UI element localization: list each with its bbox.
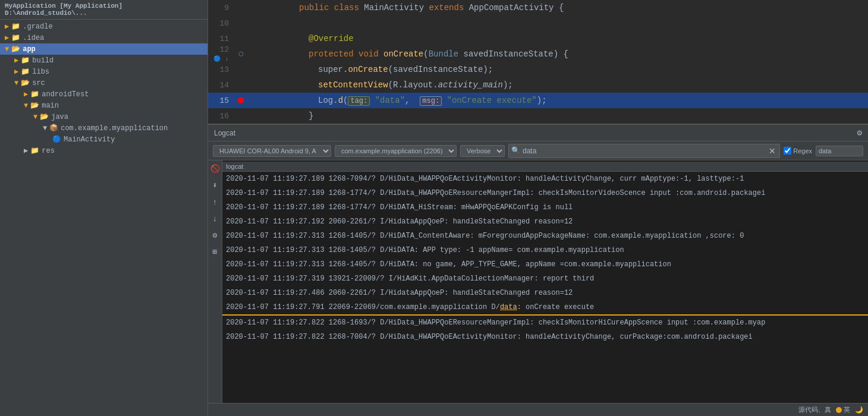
code-lines: 9 public class MainActivity extends AppC… [208, 0, 868, 124]
folder-icon: ▶ [14, 56, 18, 65]
project-title: MyApplication [My Application] D:\Androi… [5, 2, 122, 17]
log-text: 2020-11-07 11:19:27.189 1268-1774/? D/Hi… [226, 201, 573, 214]
tree-item-gradle[interactable]: ▶ 📁 .gradle [0, 21, 207, 32]
logcat-section-header: logcat [222, 162, 868, 172]
folder-icon-img: 📂 [40, 112, 49, 121]
tree-item-package[interactable]: ▼ 📦 com.example.myapplication [0, 122, 207, 134]
tree-item-res[interactable]: ▶ 📁 res [0, 145, 207, 156]
package-selector[interactable]: com.example.myapplication (2206) [335, 145, 457, 157]
status-bar: 源代码、真 英 🌙 [208, 403, 868, 416]
tree-label: build [32, 56, 54, 65]
log-line-highlighted: 2020-11-07 11:19:27.791 22069-22069/com.… [222, 300, 868, 316]
filter-input[interactable] [816, 146, 863, 156]
level-selector[interactable]: Verbose [460, 145, 505, 157]
regex-checkbox[interactable] [784, 147, 791, 155]
tree-label: libs [32, 68, 49, 76]
log-line: 2020-11-07 11:19:27.189 1268-1774/? D/Hi… [222, 186, 868, 200]
folder-icon-img: 📁 [30, 90, 39, 99]
search-clear-button[interactable]: ✕ [768, 146, 777, 156]
line-num-10: 10 [208, 19, 235, 28]
package-icon: 📦 [49, 124, 58, 133]
settings-button[interactable]: ⚙ [209, 229, 221, 241]
tree-item-idea[interactable]: ▶ 📁 .idea [0, 32, 207, 43]
main-content: 9 public class MainActivity extends AppC… [208, 0, 868, 416]
log-line: 2020-11-07 11:19:27.189 1268-1774/? D/Hi… [222, 200, 868, 215]
down-button[interactable]: ↓ [209, 213, 221, 225]
log-line: 2020-11-07 11:19:27.822 1268-1693/? D/Hi… [222, 316, 868, 330]
search-box: 🔍 ✕ [508, 144, 780, 158]
status-lang-text: 英 [844, 405, 850, 414]
logcat-content-area: 🚫 ⬇ ↑ ↓ ⚙ ⊞ logcat 2020-11-07 11:19:27.1… [208, 160, 868, 403]
tree-item-src[interactable]: ▼ 📂 src [0, 77, 207, 89]
log-text: 2020-11-07 11:19:27.189 1268-7094/? D/Hi… [226, 172, 744, 185]
line-num-9: 9 [208, 4, 235, 12]
tree-item-main[interactable]: ▼ 📂 main [0, 100, 207, 111]
file-icon: 🔵 [52, 135, 61, 144]
line-num-13: 13 [208, 65, 235, 74]
logcat-log-area[interactable]: logcat 2020-11-07 11:19:27.189 1268-7094… [222, 160, 868, 403]
log-line: 2020-11-07 11:19:27.486 2060-2261/? I/Hi… [222, 286, 868, 300]
log-line: 2020-11-07 11:19:27.192 2060-2261/? I/Hi… [222, 215, 868, 229]
tree-item-androidtest[interactable]: ▶ 📁 androidTest [0, 89, 207, 100]
status-source-link: 源代码、真 [798, 405, 831, 414]
folder-icon-img: 📂 [21, 78, 30, 87]
line-num-16: 16 [208, 112, 235, 121]
tree-item-java[interactable]: ▼ 📂 java [0, 111, 207, 122]
up-button[interactable]: ↑ [209, 196, 221, 208]
log-text: 2020-11-07 11:19:27.319 13921-22009/? I/… [226, 272, 594, 285]
folder-icon: ▶ [5, 33, 9, 42]
log-line: 2020-11-07 11:19:27.189 1268-7094/? D/Hi… [222, 172, 868, 186]
bookmark-icon: ⬡ [238, 51, 244, 58]
log-text: 2020-11-07 11:19:27.822 1268-1693/? D/Hi… [226, 316, 765, 329]
breakpoint-icon [238, 97, 244, 103]
folder-expand-icon: ▼ [33, 113, 37, 121]
line-content-16: } [247, 102, 868, 125]
tree-item-libs[interactable]: ▶ 📁 libs [0, 66, 207, 77]
tree-label: androidTest [42, 90, 89, 99]
gear-icon[interactable]: ⚙ [857, 128, 862, 138]
tree-label: res [42, 147, 55, 155]
code-editor: 9 public class MainActivity extends AppC… [208, 0, 868, 125]
log-text: 2020-11-07 11:19:27.192 2060-2261/? I/Hi… [226, 215, 573, 228]
logcat-header: Logcat ⚙ [208, 125, 868, 141]
tree-item-app[interactable]: ▼ 📂 app [0, 43, 207, 55]
log-text: 2020-11-07 11:19:27.822 1268-7004/? D/Hi… [226, 330, 753, 343]
clear-logcat-button[interactable]: 🚫 [209, 163, 221, 175]
log-line: 2020-11-07 11:19:27.313 1268-1405/? D/Hi… [222, 257, 868, 272]
code-line-9: 9 public class MainActivity extends AppC… [208, 0, 868, 15]
log-text: 2020-11-07 11:19:27.486 2060-2261/? I/Hi… [226, 286, 573, 300]
section-label: logcat [226, 163, 243, 170]
folder-icon: ▶ [14, 67, 18, 76]
log-text: 2020-11-07 11:19:27.189 1268-1774/? D/Hi… [226, 187, 765, 200]
line-gutter-12: ⬡ [235, 51, 247, 58]
tree-label: .gradle [23, 23, 52, 31]
scroll-to-end-button[interactable]: ⬇ [209, 179, 221, 191]
source-link-text: 源代码、真 [798, 405, 831, 414]
filter-button[interactable]: ⊞ [209, 246, 221, 258]
line-num-12: 12 🔵 ↓ [208, 45, 235, 63]
search-icon: 🔍 [511, 146, 520, 155]
folder-icon-img: 📁 [30, 146, 39, 155]
regex-label: Regex [784, 147, 812, 155]
logcat-title: Logcat [214, 129, 235, 137]
status-dot [836, 407, 842, 413]
moon-icon: 🌙 [855, 406, 863, 414]
tree-item-build[interactable]: ▶ 📁 build [0, 55, 207, 66]
search-input[interactable] [523, 147, 768, 155]
logcat-panel: Logcat ⚙ HUAWEI COR-AL00 Android 9, A co… [208, 125, 868, 416]
log-line: 2020-11-07 11:19:27.313 1268-1405/? D/Hi… [222, 229, 868, 243]
log-line: 2020-11-07 11:19:27.822 1268-7004/? D/Hi… [222, 330, 868, 344]
tree-label: com.example.myapplication [61, 124, 168, 133]
log-text: 2020-11-07 11:19:27.313 1268-1405/? D/Hi… [226, 258, 671, 271]
device-selector[interactable]: HUAWEI COR-AL00 Android 9, A [213, 145, 331, 157]
folder-icon-img: 📁 [11, 22, 20, 31]
log-line: 2020-11-07 11:19:27.319 13921-22009/? I/… [222, 272, 868, 286]
line-num-11: 11 [208, 34, 235, 43]
tree-item-mainactivity[interactable]: 🔵 MainActivity [0, 134, 207, 145]
tree-label: app [23, 45, 36, 53]
folder-icon-img: 📁 [21, 56, 30, 65]
folder-icon-img: 📂 [11, 45, 20, 53]
folder-icon-img: 📂 [30, 101, 39, 110]
folder-icon: ▶ [5, 22, 9, 31]
log-line: 2020-11-07 11:19:27.313 1268-1405/? D/Hi… [222, 243, 868, 257]
